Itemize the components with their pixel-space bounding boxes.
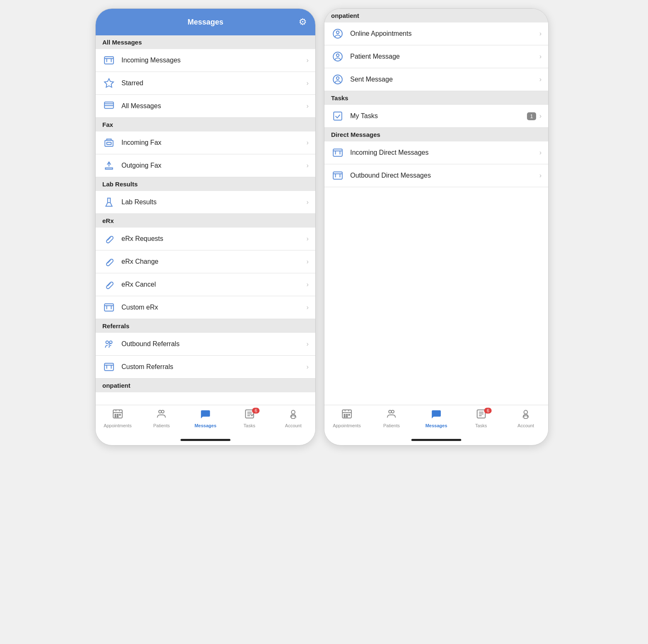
- tab-patients-right[interactable]: Patients: [369, 409, 414, 428]
- incoming-direct-label: Incoming Direct Messages: [350, 149, 539, 156]
- section-lab-results: Lab Results: [96, 177, 315, 191]
- chevron-icon: ›: [307, 139, 309, 146]
- svg-rect-9: [106, 281, 114, 289]
- messages-tab-icon: [200, 409, 211, 422]
- patients-tab-label: Patients: [153, 423, 170, 428]
- outbound-referrals-label: Outbound Referrals: [121, 340, 307, 348]
- online-appointments-label: Online Appointments: [350, 30, 539, 37]
- list-item-incoming-messages[interactable]: Incoming Messages ›: [96, 49, 315, 72]
- list-item-custom-erx[interactable]: Custom eRx ›: [96, 296, 315, 319]
- svg-rect-2: [104, 102, 114, 108]
- bottom-spacer-right: [324, 441, 548, 445]
- messages-tab-label-right: Messages: [425, 423, 448, 428]
- screen-container: Messages ⚙ All Messages Incoming Message…: [95, 8, 553, 446]
- svg-rect-14: [104, 363, 114, 370]
- list-item-outbound-direct[interactable]: Outbound Direct Messages ›: [324, 164, 548, 187]
- incoming-fax-label: Incoming Fax: [121, 139, 307, 146]
- list-item-custom-referrals[interactable]: Custom Referrals ›: [96, 356, 315, 379]
- tab-messages-left[interactable]: Messages: [183, 409, 228, 428]
- chevron-icon: ›: [539, 30, 542, 37]
- svg-rect-28: [333, 149, 342, 156]
- svg-rect-3: [105, 141, 113, 146]
- pill-icon-3: [102, 279, 116, 290]
- svg-point-34: [524, 410, 528, 414]
- left-content: All Messages Incoming Messages › S: [96, 35, 315, 405]
- account-icon: [288, 409, 299, 422]
- list-item-outbound-referrals[interactable]: Outbound Referrals ›: [96, 333, 315, 356]
- account-tab-label-right: Account: [517, 423, 534, 428]
- chevron-icon: ›: [307, 79, 309, 87]
- svg-rect-11: [104, 304, 114, 311]
- tasks-badge-right: 6: [484, 408, 492, 414]
- svg-point-16: [159, 410, 162, 413]
- list-item-erx-change[interactable]: eRx Change ›: [96, 250, 315, 273]
- list-item-outgoing-fax[interactable]: Outgoing Fax ›: [96, 154, 315, 177]
- list-item-my-tasks[interactable]: My Tasks 1 ›: [324, 105, 548, 128]
- messages-icon: [102, 101, 116, 111]
- tab-appointments-right[interactable]: Appointments: [324, 409, 369, 428]
- svg-point-26: [336, 77, 339, 80]
- tab-account-right[interactable]: Account: [503, 409, 548, 428]
- tab-appointments-left[interactable]: Appointments: [96, 409, 140, 428]
- chevron-icon: ›: [307, 235, 309, 243]
- custom-referrals-label: Custom Referrals: [121, 363, 307, 371]
- svg-rect-20: [292, 416, 295, 419]
- list-item-starred[interactable]: Starred ›: [96, 72, 315, 95]
- person-circle-icon-1: [331, 28, 344, 39]
- list-item-lab-results[interactable]: Lab Results ›: [96, 191, 315, 214]
- tasks-tab-label-right: Tasks: [475, 423, 487, 428]
- tab-account-left[interactable]: Account: [271, 409, 315, 428]
- svg-rect-4: [107, 142, 111, 144]
- list-item-erx-requests[interactable]: eRx Requests ›: [96, 228, 315, 250]
- erx-requests-label: eRx Requests: [121, 235, 307, 243]
- svg-point-24: [336, 54, 339, 57]
- lab-icon: [102, 197, 116, 208]
- list-item-online-appointments[interactable]: Online Appointments ›: [324, 22, 548, 45]
- tasks-tab-label: Tasks: [244, 423, 255, 428]
- patients-icon: [156, 409, 167, 422]
- svg-point-32: [391, 410, 394, 413]
- bottom-spacer-left: [96, 441, 315, 445]
- tab-patients-left[interactable]: Patients: [140, 409, 184, 428]
- right-panel-content: onpatient Online Appointments ›: [324, 9, 548, 405]
- chevron-icon: ›: [307, 340, 309, 348]
- appointments-tab-label-right: Appointments: [333, 423, 361, 428]
- svg-rect-27: [334, 112, 342, 120]
- list-item-all-messages[interactable]: All Messages ›: [96, 95, 315, 118]
- list-item-patient-message[interactable]: Patient Message ›: [324, 45, 548, 68]
- tab-messages-right[interactable]: Messages: [414, 409, 459, 428]
- chevron-icon: ›: [307, 281, 309, 288]
- left-panel: Messages ⚙ All Messages Incoming Message…: [95, 8, 316, 446]
- patients-tab-label-right: Patients: [383, 423, 400, 428]
- tab-tasks-right[interactable]: 6 Tasks: [459, 409, 504, 428]
- section-referrals: Referrals: [96, 319, 315, 333]
- section-onpatient-right: onpatient: [324, 9, 548, 22]
- appointments-tab-label: Appointments: [104, 423, 131, 428]
- referrals-icon: [102, 339, 116, 349]
- list-item-incoming-fax[interactable]: Incoming Fax ›: [96, 131, 315, 154]
- inbox-icon: [102, 55, 116, 66]
- inbox-direct-icon: [331, 147, 344, 158]
- chevron-icon: ›: [539, 149, 542, 156]
- appointments-icon: [112, 409, 123, 422]
- person-circle-icon-3: [331, 74, 344, 85]
- erx-cancel-label: eRx Cancel: [121, 281, 307, 288]
- gear-icon[interactable]: ⚙: [299, 17, 307, 27]
- section-onpatient-left: onpatient: [96, 379, 315, 392]
- account-icon-right: [520, 409, 531, 422]
- section-tasks-right: Tasks: [324, 91, 548, 105]
- custom-referrals-icon: [102, 362, 116, 372]
- svg-point-19: [292, 410, 295, 414]
- svg-rect-35: [524, 416, 528, 419]
- inbox-outbound-icon: [331, 170, 344, 181]
- chevron-icon: ›: [307, 304, 309, 311]
- list-item-erx-cancel[interactable]: eRx Cancel ›: [96, 273, 315, 296]
- checkbox-icon: [331, 111, 344, 121]
- pill-icon: [102, 233, 116, 244]
- svg-rect-29: [333, 172, 342, 179]
- list-item-incoming-direct[interactable]: Incoming Direct Messages ›: [324, 141, 548, 164]
- all-messages-label: All Messages: [121, 102, 307, 110]
- person-circle-icon-2: [331, 51, 344, 62]
- tab-tasks-left[interactable]: 6 Tasks: [228, 409, 272, 428]
- list-item-sent-message[interactable]: Sent Message ›: [324, 68, 548, 91]
